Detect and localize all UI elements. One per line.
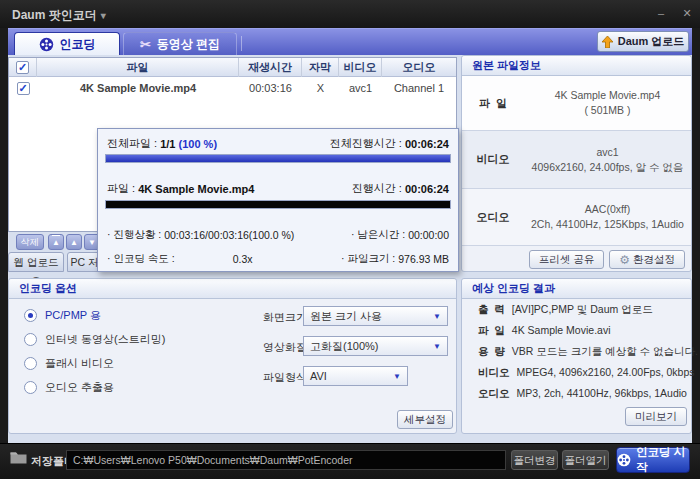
app-title-text: Daum 팟인코더 [12,8,97,22]
move-up-button[interactable]: ▲ [66,234,82,250]
source-file-label: 파 일 [462,76,524,130]
delete-file-button[interactable]: 삭제 [16,234,44,250]
current-file-label: 파일 : [107,181,135,196]
speed-row: · 인코딩 속도 : 0.3x · 파일크기 : 976.93 MB [107,252,449,266]
expected-video-value: MPEG4, 4096x2160, 24.00Fps, 0kbps [517,366,695,380]
radio-pc-pmp[interactable]: PC/PMP 용 [24,308,101,323]
open-folder-button[interactable]: 폴더열기 [562,450,609,470]
start-encoding-button[interactable]: 인코딩 시작 [616,447,690,473]
move-up-icon: ▲ [70,236,78,250]
file-progress-bar [105,200,451,209]
settings-label: 환경설정 [633,253,675,267]
video-quality-select[interactable]: 고화질(100%) ▼ [303,336,448,356]
source-video-row: 비디오 avc1 4096x2160, 24.00fps, 알 수 없음 [462,131,691,189]
overall-progress-fill [106,155,450,162]
file-table: ✓ 파일 재생시간 자막 비디오 오디오 ✓ 4K Sample Movie.m… [8,57,457,100]
radio-audio-extract[interactable]: 오디오 추출용 [24,380,114,395]
file-table-header: ✓ 파일 재생시간 자막 비디오 오디오 [9,58,456,77]
total-elapsed-label: 전체진행시간 : [330,136,402,151]
current-file-name: 4K Sample Movie.mp4 [138,183,254,195]
column-header-audio[interactable]: 오디오 [382,58,456,77]
source-video-label: 비디오 [462,131,524,188]
encoding-options-title: 인코딩 옵션 [9,279,456,299]
radio-flash-video-control [24,357,37,370]
title-menu-caret-icon: ▾ [101,10,106,21]
chevron-down-icon: ▼ [433,312,441,321]
screen-size-value: 원본 크기 사용 [310,309,382,324]
radio-pc-pmp-label: PC/PMP 용 [45,308,101,323]
source-info-title: 원본 파일정보 [462,56,691,76]
source-video-codec: avc1 [596,145,618,160]
close-button[interactable]: ✕ [678,5,696,21]
move-top-button[interactable]: ▲ [48,234,64,250]
expected-size-label: 용 량 [478,345,505,359]
total-files-value: 1/1 [160,138,175,150]
daum-upload-label: Daum 업로드 [618,34,685,49]
column-header-video[interactable]: 비디오 [339,58,382,77]
screen-size-label: 화면크기 [263,310,307,325]
status-value: 00:03:16/00:03:16(100.0 %) [164,229,294,241]
column-header-file[interactable]: 파일 [37,58,239,77]
scissors-icon: ✂ [140,37,151,52]
screen-size-select[interactable]: 원본 크기 사용 ▼ [303,306,448,326]
preview-button[interactable]: 미리보기 [625,407,687,426]
elapsed-value: 00:06:24 [405,183,449,195]
tab-encoding[interactable]: 인코딩 [14,32,120,55]
table-row[interactable]: ✓ 4K Sample Movie.mp4 00:03:16 X avc1 Ch… [9,77,456,99]
video-quality-value: 고화질(100%) [310,339,378,354]
radio-flash-video-label: 플래시 비디오 [45,356,114,371]
app-title[interactable]: Daum 팟인코더▾ [12,7,106,24]
row-file-name: 4K Sample Movie.mp4 [37,82,239,94]
source-video-detail: 4096x2160, 24.00fps, 알 수 없음 [532,160,684,175]
file-format-select[interactable]: AVI ▼ [303,366,408,386]
expected-output-label: 출 력 [478,303,505,317]
preset-share-button[interactable]: 프리셋 공유 [529,250,604,269]
column-header-duration[interactable]: 재생시간 [239,58,302,77]
radio-audio-extract-label: 오디오 추출용 [45,380,114,395]
daum-upload-button[interactable]: Daum 업로드 [597,31,689,52]
app-window: Daum 팟인코더▾ – ✕ 인코딩 ✂ 동영상 편집 Daum 업로드 ✓ 파… [0,0,700,479]
source-audio-detail: 2Ch, 44100Hz, 125Kbps, 1Audio [531,217,684,232]
filesize-value: 976.93 MB [398,253,449,265]
select-all-checkbox[interactable]: ✓ [16,61,29,74]
save-path-field[interactable]: C:₩Users₩Lenovo P50₩Documents₩Daum₩PotEn… [66,450,506,470]
settings-button[interactable]: ⚙ 환경설정 [609,250,685,269]
expected-file-label: 파 일 [478,324,505,338]
row-checkbox[interactable]: ✓ [17,82,30,95]
chevron-down-icon: ▼ [433,342,441,351]
remaining-label: · 남은시간 : [351,228,405,242]
total-files-label: 전체파일 : [107,136,157,151]
mode-tab-web-upload[interactable]: 웹 업로드용 [8,252,64,272]
gear-icon: ⚙ [619,253,630,267]
radio-pc-pmp-control [24,309,37,322]
change-folder-button[interactable]: 폴더변경 [511,450,558,470]
upload-arrow-icon [602,36,613,48]
tab-video-edit[interactable]: ✂ 동영상 편집 [123,32,237,55]
minimize-button[interactable]: – [652,5,670,21]
file-progress-fill [106,201,450,208]
column-header-subtitle[interactable]: 자막 [302,58,339,77]
expected-result-title: 예상 인코딩 결과 [462,279,691,299]
radio-internet-streaming-control [24,333,37,346]
expected-size-value: VBR 모드는 크기를 예상할 수 없습니다. [512,345,698,359]
film-reel-icon [617,453,631,467]
start-encoding-label: 인코딩 시작 [636,445,689,475]
preset-share-label: 프리셋 공유 [539,253,594,267]
minimize-icon: – [658,7,664,19]
file-format-value: AVI [310,370,327,382]
overall-progress-row: 전체파일 : 1/1 (100 %) 전체진행시간 : 00:06:24 [107,136,449,151]
radio-internet-streaming[interactable]: 인터넷 동영상(스트리밍) [24,332,165,347]
radio-flash-video[interactable]: 플래시 비디오 [24,356,114,371]
total-percent: (100 %) [179,138,218,150]
source-audio-row: 오디오 AAC(0xff) 2Ch, 44100Hz, 125Kbps, 1Au… [462,189,691,246]
speed-label: · 인코딩 속도 : [107,252,175,266]
tab-encoding-label: 인코딩 [60,36,96,53]
expected-file-value: 4K Sample Movie.avi [512,324,611,338]
radio-internet-streaming-label: 인터넷 동영상(스트리밍) [45,332,165,347]
status-row: · 진행상황 : 00:03:16/00:03:16(100.0 %) · 남은… [107,228,449,242]
detail-settings-button[interactable]: 세부설정 [397,410,453,429]
tab-separator [241,36,242,51]
film-reel-icon [39,37,54,52]
file-format-label: 파일형식 [263,370,307,385]
expected-audio-value: MP3, 2ch, 44100Hz, 96kbps, 1Audio [517,387,687,401]
